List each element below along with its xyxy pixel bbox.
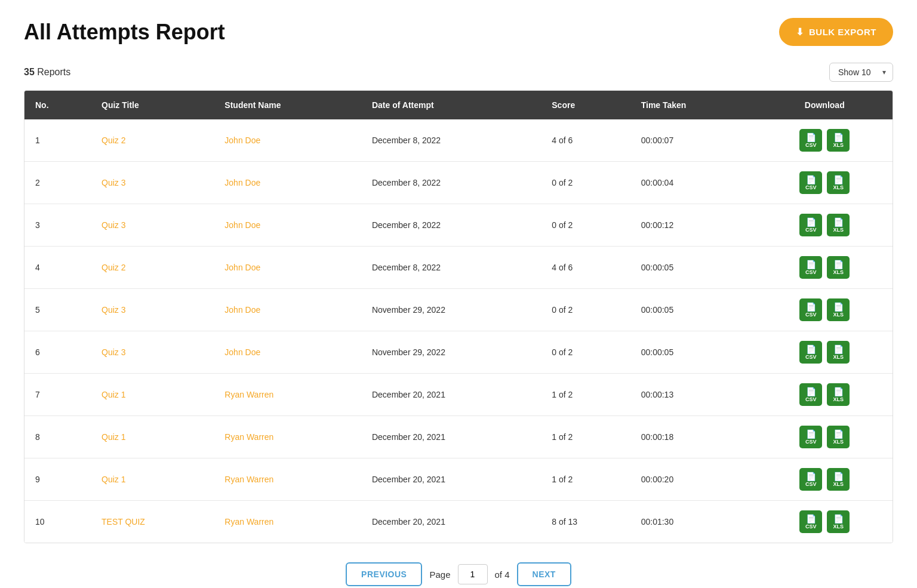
csv-label: CSV bbox=[805, 227, 817, 233]
xls-label: XLS bbox=[833, 270, 844, 275]
csv-download-button[interactable]: 📄 CSV bbox=[799, 256, 822, 279]
cell-time-taken: 00:00:05 bbox=[630, 289, 757, 331]
csv-download-button[interactable]: 📄 CSV bbox=[799, 171, 822, 194]
download-buttons: 📄 CSV 📄 XLS bbox=[768, 129, 882, 152]
attempts-table: No. Quiz Title Student Name Date of Atte… bbox=[24, 91, 893, 543]
xls-download-button[interactable]: 📄 XLS bbox=[827, 256, 850, 279]
quiz-title-link[interactable]: Quiz 3 bbox=[101, 220, 125, 230]
col-time-taken: Time Taken bbox=[630, 91, 757, 119]
cell-student-name: John Doe bbox=[214, 204, 361, 247]
xls-download-button[interactable]: 📄 XLS bbox=[827, 468, 850, 491]
file-icon: 📄 bbox=[833, 218, 844, 226]
table-row: 7 Quiz 1 Ryan Warren December 20, 2021 1… bbox=[24, 374, 893, 416]
cell-download: 📄 CSV 📄 XLS bbox=[757, 501, 893, 543]
quiz-title-link[interactable]: Quiz 2 bbox=[101, 263, 125, 272]
xls-download-button[interactable]: 📄 XLS bbox=[827, 171, 850, 194]
file-icon: 📄 bbox=[833, 133, 844, 141]
download-buttons: 📄 CSV 📄 XLS bbox=[768, 383, 882, 406]
previous-button[interactable]: PREVIOUS bbox=[346, 562, 422, 586]
xls-download-button[interactable]: 📄 XLS bbox=[827, 341, 850, 364]
student-name-link[interactable]: Ryan Warren bbox=[224, 517, 273, 527]
xls-download-button[interactable]: 📄 XLS bbox=[827, 298, 850, 321]
file-icon: 📄 bbox=[833, 387, 844, 396]
cell-student-name: Ryan Warren bbox=[214, 458, 361, 501]
download-buttons: 📄 CSV 📄 XLS bbox=[768, 468, 882, 491]
table-row: 6 Quiz 3 John Doe November 29, 2022 0 of… bbox=[24, 331, 893, 374]
csv-download-button[interactable]: 📄 CSV bbox=[799, 468, 822, 491]
xls-download-button[interactable]: 📄 XLS bbox=[827, 129, 850, 152]
cell-no: 10 bbox=[24, 501, 91, 543]
cell-download: 📄 CSV 📄 XLS bbox=[757, 374, 893, 416]
xls-download-button[interactable]: 📄 XLS bbox=[827, 214, 850, 236]
student-name-link[interactable]: Ryan Warren bbox=[224, 475, 273, 484]
cell-score: 0 of 2 bbox=[541, 289, 630, 331]
csv-download-button[interactable]: 📄 CSV bbox=[799, 426, 822, 448]
student-name-link[interactable]: John Doe bbox=[224, 220, 260, 230]
xls-download-button[interactable]: 📄 XLS bbox=[827, 383, 850, 406]
reports-count: 35 Reports bbox=[24, 67, 70, 78]
next-button[interactable]: NEXT bbox=[517, 562, 571, 586]
quiz-title-link[interactable]: Quiz 1 bbox=[101, 390, 125, 399]
quiz-title-link[interactable]: Quiz 3 bbox=[101, 347, 125, 357]
table-row: 8 Quiz 1 Ryan Warren December 20, 2021 1… bbox=[24, 416, 893, 458]
show-select-wrapper: Show 5 Show 10 Show 25 Show 50 ▾ bbox=[829, 63, 893, 82]
cell-quiz-title: Quiz 2 bbox=[91, 247, 214, 289]
cell-score: 8 of 13 bbox=[541, 501, 630, 543]
file-icon: 📄 bbox=[833, 260, 844, 269]
download-buttons: 📄 CSV 📄 XLS bbox=[768, 171, 882, 194]
cell-quiz-title: Quiz 3 bbox=[91, 204, 214, 247]
show-select[interactable]: Show 5 Show 10 Show 25 Show 50 bbox=[829, 63, 893, 82]
cell-no: 7 bbox=[24, 374, 91, 416]
file-icon: 📄 bbox=[806, 345, 816, 353]
cell-score: 4 of 6 bbox=[541, 119, 630, 162]
csv-download-button[interactable]: 📄 CSV bbox=[799, 510, 822, 533]
csv-download-button[interactable]: 📄 CSV bbox=[799, 341, 822, 364]
student-name-link[interactable]: John Doe bbox=[224, 305, 260, 315]
cell-time-taken: 00:00:07 bbox=[630, 119, 757, 162]
file-icon: 📄 bbox=[806, 387, 816, 396]
student-name-link[interactable]: Ryan Warren bbox=[224, 390, 273, 399]
page-title: All Attempts Report bbox=[24, 20, 225, 45]
quiz-title-link[interactable]: Quiz 1 bbox=[101, 432, 125, 442]
csv-download-button[interactable]: 📄 CSV bbox=[799, 214, 822, 236]
cell-student-name: John Doe bbox=[214, 331, 361, 374]
cell-time-taken: 00:00:12 bbox=[630, 204, 757, 247]
student-name-link[interactable]: John Doe bbox=[224, 263, 260, 272]
col-score: Score bbox=[541, 91, 630, 119]
cell-no: 9 bbox=[24, 458, 91, 501]
csv-label: CSV bbox=[805, 397, 817, 402]
csv-label: CSV bbox=[805, 143, 817, 148]
cell-no: 5 bbox=[24, 289, 91, 331]
file-icon: 📄 bbox=[833, 515, 844, 523]
xls-download-button[interactable]: 📄 XLS bbox=[827, 510, 850, 533]
file-icon: 📄 bbox=[833, 430, 844, 438]
csv-download-button[interactable]: 📄 CSV bbox=[799, 129, 822, 152]
cell-date: December 20, 2021 bbox=[361, 374, 541, 416]
student-name-link[interactable]: Ryan Warren bbox=[224, 432, 273, 442]
cell-download: 📄 CSV 📄 XLS bbox=[757, 247, 893, 289]
cell-student-name: John Doe bbox=[214, 119, 361, 162]
csv-download-button[interactable]: 📄 CSV bbox=[799, 298, 822, 321]
cell-download: 📄 CSV 📄 XLS bbox=[757, 204, 893, 247]
file-icon: 📄 bbox=[806, 430, 816, 438]
cell-quiz-title: TEST QUIZ bbox=[91, 501, 214, 543]
quiz-title-link[interactable]: Quiz 3 bbox=[101, 178, 125, 187]
student-name-link[interactable]: John Doe bbox=[224, 136, 260, 145]
file-icon: 📄 bbox=[806, 133, 816, 141]
quiz-title-link[interactable]: Quiz 1 bbox=[101, 475, 125, 484]
quiz-title-link[interactable]: TEST QUIZ bbox=[101, 517, 145, 527]
reports-count-label: Reports bbox=[37, 67, 70, 77]
quiz-title-link[interactable]: Quiz 3 bbox=[101, 305, 125, 315]
cell-quiz-title: Quiz 1 bbox=[91, 458, 214, 501]
cell-date: December 8, 2022 bbox=[361, 119, 541, 162]
cell-time-taken: 00:00:18 bbox=[630, 416, 757, 458]
xls-download-button[interactable]: 📄 XLS bbox=[827, 426, 850, 448]
student-name-link[interactable]: John Doe bbox=[224, 347, 260, 357]
file-icon: 📄 bbox=[806, 260, 816, 269]
student-name-link[interactable]: John Doe bbox=[224, 178, 260, 187]
csv-download-button[interactable]: 📄 CSV bbox=[799, 383, 822, 406]
quiz-title-link[interactable]: Quiz 2 bbox=[101, 136, 125, 145]
bulk-export-button[interactable]: ⬇ BULK EXPORT bbox=[779, 18, 893, 46]
page-input[interactable] bbox=[458, 564, 488, 584]
table-row: 9 Quiz 1 Ryan Warren December 20, 2021 1… bbox=[24, 458, 893, 501]
